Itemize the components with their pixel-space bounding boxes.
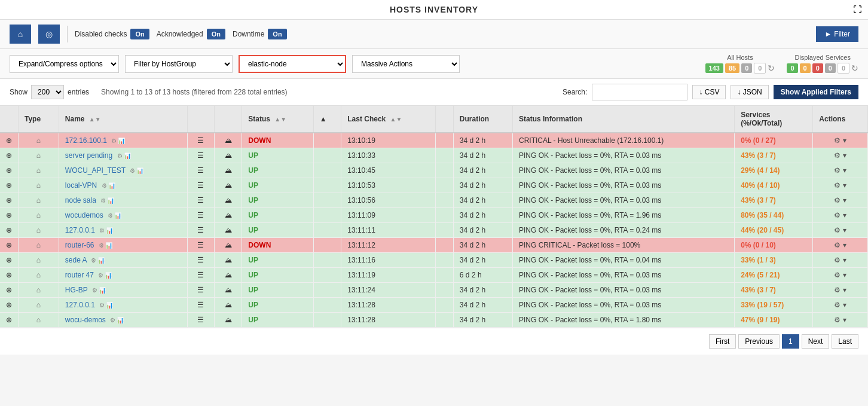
- row-action-1[interactable]: ☰: [187, 133, 214, 148]
- row-action-1[interactable]: ☰: [187, 283, 214, 298]
- row-action-2[interactable]: ⛰: [214, 193, 242, 208]
- row-actions[interactable]: ⚙ ▾: [813, 268, 868, 283]
- elastic-node-select[interactable]: elastic-node: [239, 55, 346, 73]
- actions-gear-icon[interactable]: ⚙ ▾: [834, 271, 846, 279]
- services-gray2-badge[interactable]: 0: [838, 63, 849, 74]
- actions-gear-icon[interactable]: ⚙ ▾: [834, 316, 846, 324]
- row-actions[interactable]: ⚙ ▾: [813, 133, 868, 148]
- csv-button[interactable]: ↓ CSV: [692, 85, 726, 99]
- row-actions[interactable]: ⚙ ▾: [813, 238, 868, 253]
- row-action-2[interactable]: ⛰: [214, 313, 242, 328]
- search-input[interactable]: [592, 84, 687, 100]
- row-action-1[interactable]: ☰: [187, 163, 214, 178]
- row-actions[interactable]: ⚙ ▾: [813, 313, 868, 328]
- row-expand[interactable]: ⊕: [0, 283, 19, 298]
- downtime-toggle[interactable]: On: [268, 29, 286, 39]
- row-actions[interactable]: ⚙ ▾: [813, 163, 868, 178]
- row-action-2[interactable]: ⛰: [214, 283, 242, 298]
- row-expand[interactable]: ⊕: [0, 178, 19, 193]
- disabled-checks-toggle[interactable]: On: [130, 29, 149, 39]
- actions-gear-icon[interactable]: ⚙ ▾: [834, 211, 846, 219]
- services-refresh-icon[interactable]: ↻: [851, 63, 858, 73]
- row-action-1[interactable]: ☰: [187, 313, 214, 328]
- host-link[interactable]: sede A: [65, 256, 87, 264]
- row-action-2[interactable]: ⛰: [214, 253, 242, 268]
- row-action-2[interactable]: ⛰: [214, 178, 242, 193]
- host-link[interactable]: server pending: [65, 151, 112, 160]
- row-action-1[interactable]: ☰: [187, 238, 214, 253]
- entries-select[interactable]: 200: [31, 85, 64, 99]
- host-link[interactable]: WOCU_API_TEST: [65, 166, 126, 175]
- host-link[interactable]: local-VPN: [65, 181, 97, 190]
- all-hosts-orange-badge[interactable]: 85: [725, 63, 739, 73]
- first-page-button[interactable]: First: [709, 334, 736, 349]
- actions-gear-icon[interactable]: ⚙ ▾: [834, 136, 846, 145]
- row-expand[interactable]: ⊕: [0, 313, 19, 328]
- row-expand[interactable]: ⊕: [0, 223, 19, 238]
- host-link[interactable]: router-66: [65, 241, 94, 249]
- actions-gear-icon[interactable]: ⚙ ▾: [834, 151, 846, 160]
- host-link[interactable]: wocu-demos: [65, 316, 106, 324]
- row-action-1[interactable]: ☰: [187, 253, 214, 268]
- show-filters-button[interactable]: Show Applied Filters: [774, 85, 858, 99]
- all-hosts-gray-badge[interactable]: 0: [754, 63, 766, 74]
- row-action-1[interactable]: ☰: [187, 178, 214, 193]
- services-red-badge[interactable]: 0: [812, 63, 823, 73]
- row-expand[interactable]: ⊕: [0, 298, 19, 313]
- row-actions[interactable]: ⚙ ▾: [813, 283, 868, 298]
- row-action-1[interactable]: ☰: [187, 223, 214, 238]
- massive-actions-select[interactable]: Massive Actions: [352, 55, 460, 73]
- actions-gear-icon[interactable]: ⚙ ▾: [834, 241, 846, 249]
- host-link[interactable]: 127.0.0.1: [65, 226, 95, 234]
- row-action-2[interactable]: ⛰: [214, 268, 242, 283]
- all-hosts-red-badge[interactable]: 0: [741, 63, 752, 73]
- host-link[interactable]: 127.0.0.1: [65, 301, 95, 309]
- host-link[interactable]: HG-BP: [65, 286, 88, 294]
- actions-gear-icon[interactable]: ⚙ ▾: [834, 286, 846, 294]
- row-expand[interactable]: ⊕: [0, 193, 19, 208]
- row-action-2[interactable]: ⛰: [214, 208, 242, 223]
- actions-gear-icon[interactable]: ⚙ ▾: [834, 181, 846, 190]
- row-action-2[interactable]: ⛰: [214, 148, 242, 163]
- row-actions[interactable]: ⚙ ▾: [813, 298, 868, 313]
- actions-gear-icon[interactable]: ⚙ ▾: [834, 166, 846, 175]
- monitor-button[interactable]: ◎: [38, 25, 60, 44]
- row-expand[interactable]: ⊕: [0, 148, 19, 163]
- services-gray1-badge[interactable]: 0: [825, 63, 836, 73]
- actions-gear-icon[interactable]: ⚙ ▾: [834, 196, 846, 204]
- row-expand[interactable]: ⊕: [0, 268, 19, 283]
- row-expand[interactable]: ⊕: [0, 253, 19, 268]
- last-page-button[interactable]: Last: [832, 334, 858, 349]
- all-hosts-green-badge[interactable]: 143: [705, 63, 723, 73]
- host-link[interactable]: router 47: [65, 271, 94, 279]
- row-expand[interactable]: ⊕: [0, 208, 19, 223]
- row-action-1[interactable]: ☰: [187, 268, 214, 283]
- row-actions[interactable]: ⚙ ▾: [813, 208, 868, 223]
- host-link[interactable]: wocudemos: [65, 211, 103, 219]
- actions-gear-icon[interactable]: ⚙ ▾: [834, 301, 846, 309]
- all-hosts-refresh-icon[interactable]: ↻: [768, 63, 775, 73]
- services-orange-badge[interactable]: 0: [800, 63, 811, 73]
- row-action-1[interactable]: ☰: [187, 298, 214, 313]
- expand-icon[interactable]: ⛶: [853, 5, 862, 14]
- row-expand[interactable]: ⊕: [0, 238, 19, 253]
- row-actions[interactable]: ⚙ ▾: [813, 178, 868, 193]
- json-button[interactable]: ↓ JSON: [731, 85, 768, 99]
- page-1-button[interactable]: 1: [782, 334, 799, 349]
- actions-gear-icon[interactable]: ⚙ ▾: [834, 256, 846, 264]
- actions-gear-icon[interactable]: ⚙ ▾: [834, 226, 846, 234]
- home-button[interactable]: ⌂: [10, 25, 31, 44]
- row-action-1[interactable]: ☰: [187, 208, 214, 223]
- acknowledged-toggle[interactable]: On: [207, 29, 225, 39]
- row-actions[interactable]: ⚙ ▾: [813, 148, 868, 163]
- row-action-2[interactable]: ⛰: [214, 163, 242, 178]
- row-action-2[interactable]: ⛰: [214, 133, 242, 148]
- row-actions[interactable]: ⚙ ▾: [813, 253, 868, 268]
- row-action-2[interactable]: ⛰: [214, 223, 242, 238]
- expand-compress-select[interactable]: Expand/Compress options: [10, 55, 119, 73]
- row-action-2[interactable]: ⛰: [214, 298, 242, 313]
- services-green-badge[interactable]: 0: [787, 63, 797, 73]
- filter-button[interactable]: ► Filter: [816, 26, 858, 42]
- prev-page-button[interactable]: Previous: [738, 334, 780, 349]
- filter-hostgroup-select[interactable]: Filter by HostGroup: [125, 55, 233, 73]
